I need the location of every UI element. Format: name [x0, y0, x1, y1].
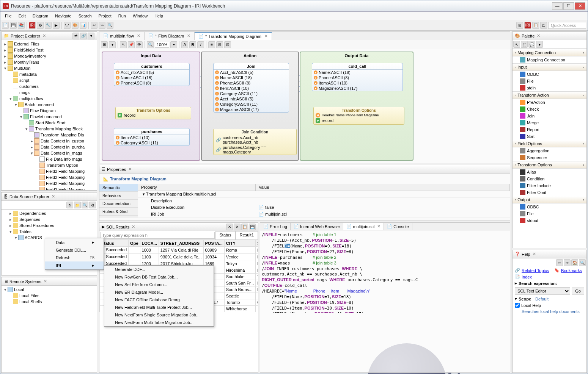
- tool-button[interactable]: ↻: [66, 202, 73, 208]
- maximize-button[interactable]: ☐: [563, 2, 574, 10]
- layout-button[interactable]: ⊞: [101, 41, 108, 48]
- close-icon[interactable]: ✕: [132, 224, 135, 229]
- palette-item[interactable]: stdin: [513, 85, 586, 91]
- collapse-button[interactable]: ⇄: [72, 33, 79, 39]
- expand-icon[interactable]: ▾: [14, 102, 18, 107]
- palette-item[interactable]: Sequencer: [513, 154, 586, 161]
- tool-button[interactable]: 🎨: [72, 22, 79, 29]
- saveall-button[interactable]: 📚: [18, 22, 25, 29]
- palette-item[interactable]: Aggregation: [513, 147, 586, 154]
- editor-tab[interactable]: 📄multijoin.flow✕: [99, 32, 145, 40]
- tree-item[interactable]: ▾Local: [2, 286, 96, 293]
- quick-access-input[interactable]: Quick Access: [548, 22, 586, 29]
- link-button[interactable]: 🔗: [80, 33, 87, 39]
- close-button[interactable]: ✕: [575, 2, 585, 10]
- pin-button[interactable]: 📌: [128, 41, 135, 48]
- tool-button[interactable]: ⚙: [89, 202, 96, 208]
- palette-item[interactable]: Check: [513, 106, 586, 113]
- align-button[interactable]: ⊡: [224, 41, 231, 48]
- expand-icon[interactable]: ▾: [24, 127, 29, 131]
- expand-icon[interactable]: ▾: [30, 151, 34, 156]
- tool-button[interactable]: 💾: [249, 224, 256, 230]
- context-menu-item[interactable]: New RowGen DB Test Data Job...: [104, 273, 214, 281]
- new-button[interactable]: 📄: [2, 22, 9, 29]
- expand-icon[interactable]: ▸: [3, 54, 8, 59]
- col-header[interactable]: S: [256, 240, 258, 247]
- go-button[interactable]: Go: [572, 288, 584, 294]
- context-menu-item[interactable]: New NextForm Multi Table Migration Job..…: [104, 319, 214, 326]
- expand-icon[interactable]: ▸: [30, 139, 34, 144]
- context-menu-item[interactable]: IRI: [45, 261, 104, 269]
- tree-item[interactable]: metadata: [2, 71, 96, 77]
- zoom-button[interactable]: 🔍: [147, 41, 154, 48]
- tree-item[interactable]: Transform Option: [2, 162, 96, 168]
- tool-button[interactable]: ▶: [53, 22, 60, 29]
- tree-item[interactable]: Field2 Field Mapping: [2, 174, 96, 180]
- expand-icon[interactable]: ▸: [3, 42, 8, 47]
- menu-edit[interactable]: Edit: [16, 13, 29, 19]
- note-button[interactable]: 💬: [528, 41, 535, 48]
- field-row[interactable]: ♦Name:ASCII (18): [114, 75, 189, 80]
- close-icon[interactable]: ✕: [187, 33, 190, 38]
- expand-icon[interactable]: ▸: [3, 60, 8, 65]
- field-row[interactable]: ♦Category:ASCII (11): [214, 91, 289, 96]
- menu-project[interactable]: Project: [96, 13, 115, 19]
- bold-button[interactable]: B: [189, 41, 196, 48]
- palette-section[interactable]: ◦Input◦: [513, 63, 586, 71]
- tree-item[interactable]: ▸Stored Procedures: [2, 222, 96, 228]
- tree-item[interactable]: ▾multijoin.flow: [2, 95, 96, 102]
- palette-item[interactable]: Alias: [513, 169, 586, 175]
- col-header[interactable]: STREET_ADDRESS: [159, 240, 203, 247]
- menu-diagram[interactable]: Diagram: [30, 13, 52, 19]
- tool-button[interactable]: ✕: [234, 224, 241, 230]
- tree-item[interactable]: ▾Flowlet unnamed: [2, 114, 96, 120]
- menu-window[interactable]: Window: [130, 13, 151, 19]
- palette-item[interactable]: Join: [513, 113, 586, 119]
- tree-item[interactable]: ▸Sequences: [2, 216, 96, 222]
- tool-button[interactable]: 📋: [241, 224, 248, 230]
- col-header[interactable]: CITY: [224, 240, 255, 247]
- local-help-checkbox[interactable]: [515, 303, 520, 308]
- close-icon[interactable]: ✕: [377, 224, 380, 229]
- collapse-icon[interactable]: ◦: [583, 93, 584, 97]
- expand-icon[interactable]: ▸: [3, 48, 8, 53]
- align-button[interactable]: ≡: [208, 41, 215, 48]
- expand-icon[interactable]: ▸: [8, 217, 13, 222]
- tool-button[interactable]: 🔧: [45, 22, 52, 29]
- props-row[interactable]: ▾ Transform Mapping Block multijoin.scl: [138, 191, 510, 198]
- input-panel[interactable]: Input Data customers ♦Acct_nb:ASCII (5)♦…: [102, 52, 200, 161]
- palette-section[interactable]: ◦Transform Action◦: [513, 91, 586, 99]
- palette-item[interactable]: Sort: [513, 133, 586, 140]
- tree-item[interactable]: ▸External Files: [2, 41, 96, 47]
- tool-button[interactable]: ⚙: [37, 22, 44, 29]
- palette-section[interactable]: ◦Output◦: [513, 196, 586, 203]
- palette-item[interactable]: Report: [513, 126, 586, 133]
- palette-item[interactable]: Mapping Connection: [513, 56, 586, 63]
- palette-item[interactable]: ODBC: [513, 203, 586, 210]
- col-header[interactable]: LOCA...: [140, 240, 159, 247]
- action-panel[interactable]: Action Join ♦Acct_nb:ASCII (5)♦Name:ASCI…: [201, 52, 299, 161]
- field-row[interactable]: ♦Item:ASCII (10): [214, 86, 289, 91]
- close-icon[interactable]: ✕: [137, 33, 140, 38]
- field-row[interactable]: ♦Category:ASCII (11): [114, 140, 189, 146]
- bottom-tab[interactable]: 📄Console: [384, 223, 412, 230]
- tree-item[interactable]: ▸MonthlyTrans: [2, 59, 96, 65]
- tree-item[interactable]: Local Files: [2, 293, 96, 299]
- tree-item[interactable]: Field2 Field Mapping: [2, 186, 96, 190]
- tree-item[interactable]: ▸FieldShield Test: [2, 47, 96, 53]
- field-row[interactable]: ♦Magazine:ASCII (17): [214, 107, 289, 112]
- palette-item[interactable]: PreAction: [513, 99, 586, 106]
- menu-navigate[interactable]: Navigate: [52, 13, 74, 19]
- field-row[interactable]: ♦Acct_nb:ASCII (5): [114, 70, 189, 75]
- expand-icon[interactable]: ▾: [8, 229, 13, 234]
- tree-item[interactable]: ▸Data Context In_purcha: [2, 144, 96, 150]
- context-menu-item[interactable]: New NextForm Single Source Migration Job…: [104, 311, 214, 319]
- menu-button[interactable]: ▾: [88, 33, 94, 39]
- pointer-button[interactable]: ↖: [513, 41, 520, 48]
- field-row[interactable]: ♦Item:ASCII (10): [114, 135, 189, 140]
- field-row[interactable]: ♦Name:ASCII (18): [214, 75, 289, 80]
- props-row[interactable]: IRI Job📄 multijoin.scl: [138, 211, 510, 218]
- help-link[interactable]: Bookmarks: [561, 268, 582, 273]
- sql-tab[interactable]: Status: [215, 231, 236, 239]
- help-link[interactable]: Related Topics: [522, 268, 549, 273]
